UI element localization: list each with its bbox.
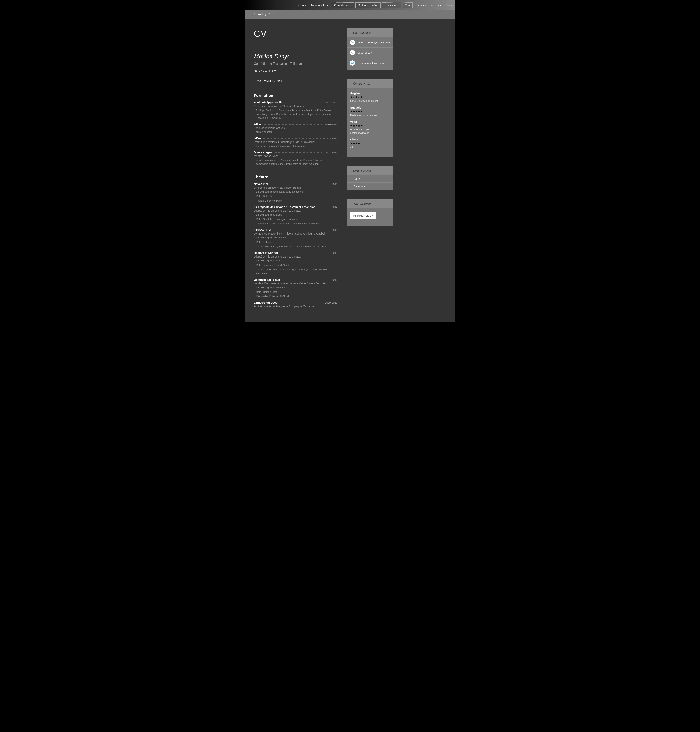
section-title-theatre: Théâtre bbox=[254, 175, 337, 179]
person-subtitle: Comédienne Française - Trilingue bbox=[254, 62, 337, 66]
entry-detail: Théâtre de L'Epée de Bois, La Cartoucher… bbox=[254, 222, 337, 226]
card-coordonnees: Coordonnées marion_denys@hotmail.com0663… bbox=[347, 28, 393, 70]
screen-icon bbox=[350, 60, 355, 66]
nav-item[interactable]: Contact bbox=[443, 3, 457, 8]
entry-date: 2016 bbox=[332, 137, 337, 140]
competence-name: Suédois bbox=[350, 106, 390, 109]
contact-item[interactable]: www.mariondenys.com bbox=[347, 58, 393, 70]
link-label: Facebook bbox=[354, 185, 365, 188]
entry-subtitle: théâtre, danse, voix bbox=[254, 154, 337, 158]
svg-rect-0 bbox=[351, 62, 354, 63]
competence-item: Suédois ★★★★★ Parle et écrit couramment bbox=[347, 106, 393, 120]
cv-entry: Obstinés par la nuit 2010 de Marc Dugows… bbox=[254, 278, 337, 298]
cv-entry: L'Envers du Decor 2009-2010 écrit et mis… bbox=[254, 301, 337, 308]
entry-subtitle: Ecole Internationale de Théâtre - Londre… bbox=[254, 105, 337, 108]
entry-subtitle: écrit et mis en scène par Hubert Bolduc bbox=[254, 186, 337, 189]
breadcrumb-home[interactable]: Accueil bbox=[254, 13, 263, 16]
entry-detail: Rôle: la chatte bbox=[254, 240, 337, 244]
entry-detail: Rôle : Hélène Picot bbox=[254, 290, 337, 294]
entry-subtitle: écrit et mise en scène par la Compagnie … bbox=[254, 305, 337, 308]
print-button[interactable]: IMPRIMER LE CV bbox=[350, 213, 376, 219]
card-liens: Liens externes ❯IMDb❯Facebook bbox=[347, 166, 393, 190]
entry-title: Rostam et Sohrâb bbox=[254, 251, 278, 254]
nav-item[interactable]: Voix bbox=[403, 2, 413, 8]
entry-title: Obstinés par la nuit bbox=[254, 278, 280, 281]
competence-item: yoga ★★★★★ Professeur de yoga ashtanga/v… bbox=[347, 120, 393, 138]
entry-title: Noyez-moi bbox=[254, 182, 268, 186]
send-icon bbox=[350, 40, 355, 45]
main-column: CV Marion Denys Comédienne Française - T… bbox=[254, 28, 337, 311]
card-title: Coordonnées bbox=[347, 28, 393, 37]
external-link[interactable]: ❯IMDb bbox=[347, 175, 393, 183]
competence-item: Anglais ★★★★★ parle et écrit couramment bbox=[347, 92, 393, 106]
entry-date: 2016 bbox=[332, 183, 337, 186]
nav-item[interactable]: Photos » bbox=[413, 3, 428, 8]
competence-note: Parle et écrit couramment bbox=[350, 114, 390, 117]
person-name: Marion Denys bbox=[254, 53, 337, 60]
entry-title: Ecole Philippe Gaulier bbox=[254, 101, 284, 104]
entry-subtitle: de Marc Dugowson - mise en lecture Xavie… bbox=[254, 282, 337, 285]
star-rating: ★★★★★ bbox=[350, 124, 390, 127]
dotted-leader bbox=[279, 253, 331, 253]
entry-detail: Rôle : Butterfly bbox=[254, 194, 337, 198]
card-title: Liens externes bbox=[347, 166, 393, 175]
external-link[interactable]: ❯Facebook bbox=[347, 183, 393, 190]
entry-date: 2003-2016 bbox=[325, 151, 337, 154]
card-version-texte: Version Texte IMPRIMER LE CV bbox=[347, 199, 393, 226]
contact-item[interactable]: marion_denys@hotmail.com bbox=[347, 37, 393, 48]
cv-entry: La Tragédie de Siavôsh / Rostam et Esfan… bbox=[254, 205, 337, 226]
section-title-formation: Formation bbox=[254, 93, 337, 98]
entry-subtitle: adapté et mis en scène par Farid Paya bbox=[254, 255, 337, 258]
contact-item[interactable]: 0663696107 bbox=[347, 48, 393, 58]
entry-detail: dirigés notamment par Ariane Mnouchkine,… bbox=[254, 158, 337, 166]
dotted-leader bbox=[315, 207, 331, 207]
page-title: CV bbox=[254, 28, 337, 39]
dotted-leader bbox=[284, 103, 324, 103]
entry-title: L'Oiseau Bleu bbox=[254, 228, 272, 232]
competence-name: Chant bbox=[350, 138, 390, 141]
entry-date: 2012 bbox=[332, 252, 337, 254]
dotted-leader bbox=[273, 152, 324, 153]
nav-item[interactable]: Comédienne » bbox=[332, 2, 354, 8]
contact-text: marion_denys@hotmail.com bbox=[358, 41, 390, 44]
nav-item[interactable]: Vidéos » bbox=[428, 3, 443, 8]
entry-detail: La Compagnie Heliosséléné bbox=[254, 236, 337, 240]
entry-date: 2009-2010 bbox=[325, 301, 337, 304]
breadcrumb-current: CV bbox=[269, 13, 272, 16]
entry-title: L'Envers du Decor bbox=[254, 301, 279, 304]
competence-note: alto bbox=[350, 146, 390, 149]
entry-date: 2014 bbox=[332, 205, 337, 208]
star-rating: ★★★★★ bbox=[350, 110, 390, 113]
nav-item[interactable]: Accueil bbox=[296, 3, 309, 8]
entry-date: 2010 bbox=[332, 278, 337, 281]
entry-title: Divers stages bbox=[254, 151, 272, 154]
chevron-right-icon: ❯ bbox=[350, 178, 352, 180]
divider bbox=[254, 90, 337, 91]
cv-entry: IMDA 2016 Institut des métiers du doubla… bbox=[254, 137, 337, 148]
cv-entry: Noyez-moi 2016 écrit et mis en scène par… bbox=[254, 182, 337, 203]
card-title: Version Texte bbox=[347, 199, 393, 208]
birth-date: Né le 09 avril 1977 bbox=[254, 70, 337, 73]
competence-name: yoga bbox=[350, 120, 390, 123]
entry-subtitle: de Maurice Maeterlinck – mise en scène G… bbox=[254, 232, 337, 235]
entry-subtitle: Institut des métiers du doublage et de l… bbox=[254, 141, 337, 144]
star-rating: ★★★★☆ bbox=[350, 142, 390, 145]
dotted-leader bbox=[269, 184, 331, 185]
entry-date: 2001-2003 bbox=[325, 101, 337, 104]
nav-item[interactable]: Me connaitre » bbox=[309, 3, 331, 8]
nav-item[interactable]: Réalisatrice bbox=[382, 2, 401, 8]
sidebar: Coordonnées marion_denys@hotmail.com0663… bbox=[347, 28, 393, 235]
entry-date: 2013 bbox=[332, 229, 337, 232]
contact-text: www.mariondenys.com bbox=[358, 62, 384, 65]
entry-detail: La Compagnie du Lierre bbox=[254, 213, 337, 217]
biography-button[interactable]: VOIR MA BIOGRAPHIE bbox=[254, 77, 287, 84]
entry-title: La Tragédie de Siavôsh / Rostam et Esfan… bbox=[254, 205, 315, 208]
entry-detail: Formation en voix off, voice over et dou… bbox=[254, 144, 337, 148]
nav-item[interactable]: Metteur en scène bbox=[355, 2, 381, 8]
cv-entry: L'Oiseau Bleu 2013 de Maurice Maeterlinc… bbox=[254, 228, 337, 249]
cv-entry: Rostam et Sohrâb 2012 adapté et mis en s… bbox=[254, 251, 337, 276]
star-rating: ★★★★★ bbox=[350, 96, 390, 98]
contact-text: 0663696107 bbox=[358, 51, 372, 54]
competence-note: Professeur de yoga ashtanga/vinyasa bbox=[350, 128, 390, 135]
entry-detail: La Compagnie des miettes dans la caboche bbox=[254, 190, 337, 194]
